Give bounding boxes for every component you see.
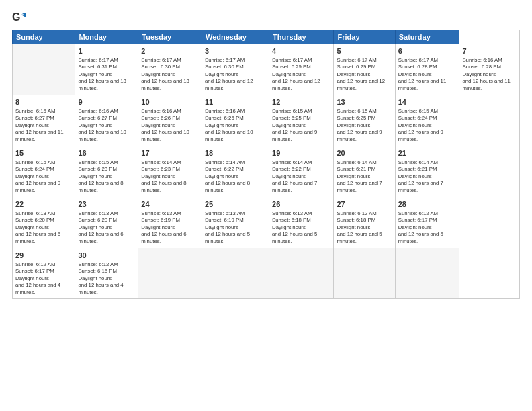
day-info: Sunrise: 6:17 AMSunset: 6:29 PMDaylight …	[272, 57, 320, 91]
day-info: Sunrise: 6:15 AMSunset: 6:24 PMDaylight …	[398, 108, 443, 142]
calendar-day-cell: 1Sunrise: 6:17 AMSunset: 6:31 PMDaylight…	[75, 44, 138, 95]
day-number: 19	[272, 148, 330, 158]
svg-marker-2	[21, 15, 26, 17]
day-number: 16	[78, 148, 135, 158]
calendar-day-cell	[269, 248, 334, 299]
day-number: 30	[78, 250, 135, 261]
calendar-day-cell: 30Sunrise: 6:12 AMSunset: 6:16 PMDayligh…	[75, 248, 138, 299]
day-number: 20	[337, 148, 392, 158]
calendar-day-cell	[395, 248, 459, 299]
day-info: Sunrise: 6:13 AMSunset: 6:19 PMDaylight …	[205, 210, 250, 244]
calendar-day-cell: 7Sunrise: 6:16 AMSunset: 6:28 PMDaylight…	[459, 44, 520, 95]
calendar-day-cell	[202, 248, 269, 299]
day-number: 28	[398, 199, 457, 210]
calendar-day-cell: 26Sunrise: 6:13 AMSunset: 6:18 PMDayligh…	[269, 197, 334, 248]
day-number: 26	[272, 199, 330, 210]
calendar-week-row: 22Sunrise: 6:13 AMSunset: 6:20 PMDayligh…	[13, 197, 520, 248]
day-number: 18	[205, 148, 266, 158]
svg-text:G: G	[12, 11, 21, 23]
logo: G	[12, 11, 30, 26]
calendar-day-cell: 24Sunrise: 6:13 AMSunset: 6:19 PMDayligh…	[138, 197, 202, 248]
day-info: Sunrise: 6:16 AMSunset: 6:26 PMDaylight …	[205, 108, 253, 142]
calendar-day-cell: 2Sunrise: 6:17 AMSunset: 6:30 PMDaylight…	[138, 44, 202, 95]
day-number: 24	[141, 199, 199, 210]
calendar-header-row: SundayMondayTuesdayWednesdayThursdayFrid…	[13, 30, 520, 44]
day-info: Sunrise: 6:13 AMSunset: 6:18 PMDaylight …	[272, 210, 317, 244]
day-info: Sunrise: 6:12 AMSunset: 6:18 PMDaylight …	[337, 210, 382, 244]
day-number: 6	[398, 46, 457, 56]
day-number: 12	[272, 97, 330, 107]
header-saturday: Saturday	[395, 30, 459, 44]
day-info: Sunrise: 6:15 AMSunset: 6:25 PMDaylight …	[272, 108, 317, 142]
calendar-day-cell: 14Sunrise: 6:15 AMSunset: 6:24 PMDayligh…	[395, 95, 459, 146]
calendar-day-cell: 13Sunrise: 6:15 AMSunset: 6:25 PMDayligh…	[334, 95, 395, 146]
day-info: Sunrise: 6:17 AMSunset: 6:30 PMDaylight …	[141, 57, 189, 91]
day-info: Sunrise: 6:12 AMSunset: 6:17 PMDaylight …	[15, 261, 60, 295]
day-number: 3	[205, 46, 266, 56]
header-sunday: Sunday	[13, 30, 75, 44]
calendar-day-cell: 6Sunrise: 6:17 AMSunset: 6:28 PMDaylight…	[395, 44, 459, 95]
calendar-week-row: 15Sunrise: 6:15 AMSunset: 6:24 PMDayligh…	[13, 146, 520, 197]
day-number: 7	[462, 46, 517, 56]
day-info: Sunrise: 6:14 AMSunset: 6:21 PMDaylight …	[337, 159, 382, 193]
calendar-day-cell: 20Sunrise: 6:14 AMSunset: 6:21 PMDayligh…	[334, 146, 395, 197]
day-info: Sunrise: 6:13 AMSunset: 6:20 PMDaylight …	[15, 210, 60, 244]
day-info: Sunrise: 6:15 AMSunset: 6:23 PMDaylight …	[78, 159, 123, 193]
calendar-day-cell: 25Sunrise: 6:13 AMSunset: 6:19 PMDayligh…	[202, 197, 269, 248]
day-number: 21	[398, 148, 457, 158]
day-info: Sunrise: 6:15 AMSunset: 6:24 PMDaylight …	[15, 159, 60, 193]
header-thursday: Thursday	[269, 30, 334, 44]
day-info: Sunrise: 6:17 AMSunset: 6:29 PMDaylight …	[337, 57, 385, 91]
day-number: 11	[205, 97, 266, 107]
day-number: 9	[78, 97, 135, 107]
calendar-day-cell: 5Sunrise: 6:17 AMSunset: 6:29 PMDaylight…	[334, 44, 395, 95]
calendar-day-cell: 8Sunrise: 6:16 AMSunset: 6:27 PMDaylight…	[13, 95, 75, 146]
calendar-week-row: 8Sunrise: 6:16 AMSunset: 6:27 PMDaylight…	[13, 95, 520, 146]
calendar-day-cell: 11Sunrise: 6:16 AMSunset: 6:26 PMDayligh…	[202, 95, 269, 146]
calendar-day-cell: 28Sunrise: 6:12 AMSunset: 6:17 PMDayligh…	[395, 197, 459, 248]
calendar-week-row: 29Sunrise: 6:12 AMSunset: 6:17 PMDayligh…	[13, 248, 520, 299]
day-number: 29	[15, 250, 72, 261]
day-info: Sunrise: 6:17 AMSunset: 6:30 PMDaylight …	[205, 57, 253, 91]
day-info: Sunrise: 6:14 AMSunset: 6:21 PMDaylight …	[398, 159, 443, 193]
day-info: Sunrise: 6:17 AMSunset: 6:28 PMDaylight …	[398, 57, 447, 91]
day-info: Sunrise: 6:16 AMSunset: 6:28 PMDaylight …	[462, 57, 511, 91]
day-number: 27	[337, 199, 392, 210]
day-number: 15	[15, 148, 72, 158]
day-number: 22	[15, 199, 72, 210]
day-number: 1	[78, 46, 135, 56]
day-info: Sunrise: 6:12 AMSunset: 6:16 PMDaylight …	[78, 261, 123, 295]
day-info: Sunrise: 6:14 AMSunset: 6:22 PMDaylight …	[272, 159, 317, 193]
calendar-day-cell	[138, 248, 202, 299]
header-friday: Friday	[334, 30, 395, 44]
day-info: Sunrise: 6:16 AMSunset: 6:27 PMDaylight …	[78, 108, 126, 142]
day-number: 4	[272, 46, 330, 56]
calendar-day-cell: 21Sunrise: 6:14 AMSunset: 6:21 PMDayligh…	[395, 146, 459, 197]
day-info: Sunrise: 6:12 AMSunset: 6:17 PMDaylight …	[398, 210, 443, 244]
page: G SundayMondayTuesdayWednesdayThursdayFr…	[0, 0, 532, 411]
day-info: Sunrise: 6:13 AMSunset: 6:20 PMDaylight …	[78, 210, 123, 244]
day-info: Sunrise: 6:14 AMSunset: 6:23 PMDaylight …	[141, 159, 186, 193]
day-info: Sunrise: 6:14 AMSunset: 6:22 PMDaylight …	[205, 159, 250, 193]
calendar-day-cell: 15Sunrise: 6:15 AMSunset: 6:24 PMDayligh…	[13, 146, 75, 197]
calendar-day-cell: 17Sunrise: 6:14 AMSunset: 6:23 PMDayligh…	[138, 146, 202, 197]
day-number: 8	[15, 97, 72, 107]
day-info: Sunrise: 6:15 AMSunset: 6:25 PMDaylight …	[337, 108, 382, 142]
calendar-day-cell: 4Sunrise: 6:17 AMSunset: 6:29 PMDaylight…	[269, 44, 334, 95]
day-number: 25	[205, 199, 266, 210]
calendar-day-cell: 22Sunrise: 6:13 AMSunset: 6:20 PMDayligh…	[13, 197, 75, 248]
calendar-week-row: 1Sunrise: 6:17 AMSunset: 6:31 PMDaylight…	[13, 44, 520, 95]
day-info: Sunrise: 6:17 AMSunset: 6:31 PMDaylight …	[78, 57, 126, 91]
calendar-table: SundayMondayTuesdayWednesdayThursdayFrid…	[12, 30, 520, 299]
day-number: 2	[141, 46, 199, 56]
day-number: 14	[398, 97, 457, 107]
calendar-day-cell: 18Sunrise: 6:14 AMSunset: 6:22 PMDayligh…	[202, 146, 269, 197]
calendar-day-cell: 3Sunrise: 6:17 AMSunset: 6:30 PMDaylight…	[202, 44, 269, 95]
calendar-day-cell: 27Sunrise: 6:12 AMSunset: 6:18 PMDayligh…	[334, 197, 395, 248]
day-number: 5	[337, 46, 392, 56]
logo-icon: G	[12, 11, 27, 26]
calendar-day-cell: 12Sunrise: 6:15 AMSunset: 6:25 PMDayligh…	[269, 95, 334, 146]
day-number: 10	[141, 97, 199, 107]
day-number: 13	[337, 97, 392, 107]
calendar-day-cell	[13, 44, 75, 95]
